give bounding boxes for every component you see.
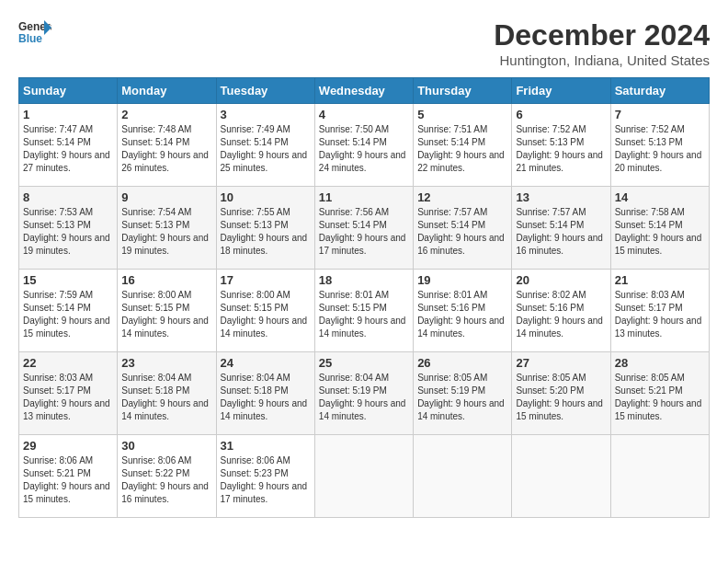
- cell-info: Sunrise: 7:52 AM Sunset: 5:13 PM Dayligh…: [615, 123, 705, 175]
- calendar-cell: [610, 435, 709, 518]
- cell-info: Sunrise: 7:51 AM Sunset: 5:14 PM Dayligh…: [417, 123, 507, 175]
- calendar-cell: 30 Sunrise: 8:06 AM Sunset: 5:22 PM Dayl…: [118, 435, 216, 518]
- cell-info: Sunrise: 8:00 AM Sunset: 5:15 PM Dayligh…: [121, 289, 211, 340]
- calendar-cell: 31 Sunrise: 8:06 AM Sunset: 5:23 PM Dayl…: [216, 435, 314, 518]
- day-number: 6: [516, 108, 606, 121]
- day-number: 19: [417, 273, 507, 287]
- logo: General Blue: [18, 18, 51, 44]
- cell-info: Sunrise: 7:54 AM Sunset: 5:13 PM Dayligh…: [121, 206, 211, 258]
- page-title: December 2024: [494, 18, 710, 52]
- calendar-cell: 23 Sunrise: 8:04 AM Sunset: 5:18 PM Dayl…: [118, 352, 216, 435]
- day-number: 31: [221, 439, 311, 453]
- calendar-cell: [512, 435, 610, 518]
- calendar-cell: 18 Sunrise: 8:01 AM Sunset: 5:15 PM Dayl…: [314, 270, 413, 352]
- calendar-cell: 2 Sunrise: 7:48 AM Sunset: 5:14 PM Dayli…: [118, 104, 216, 187]
- day-number: 17: [221, 273, 311, 287]
- calendar-cell: 19 Sunrise: 8:01 AM Sunset: 5:16 PM Dayl…: [414, 270, 512, 352]
- calendar-cell: 13 Sunrise: 7:57 AM Sunset: 5:14 PM Dayl…: [512, 187, 610, 270]
- page-subtitle: Huntington, Indiana, United States: [494, 52, 710, 68]
- cell-info: Sunrise: 8:01 AM Sunset: 5:16 PM Dayligh…: [417, 289, 507, 340]
- day-number: 22: [23, 356, 113, 370]
- calendar-cell: 8 Sunrise: 7:53 AM Sunset: 5:13 PM Dayli…: [19, 187, 118, 270]
- day-number: 28: [615, 356, 705, 370]
- calendar-week-row: 8 Sunrise: 7:53 AM Sunset: 5:13 PM Dayli…: [19, 187, 710, 270]
- cell-info: Sunrise: 8:02 AM Sunset: 5:16 PM Dayligh…: [516, 289, 606, 340]
- day-number: 15: [23, 273, 113, 287]
- calendar-cell: 7 Sunrise: 7:52 AM Sunset: 5:13 PM Dayli…: [610, 104, 709, 187]
- day-number: 30: [121, 439, 211, 453]
- calendar-cell: 25 Sunrise: 8:04 AM Sunset: 5:19 PM Dayl…: [314, 352, 413, 435]
- cell-info: Sunrise: 8:06 AM Sunset: 5:23 PM Dayligh…: [221, 454, 311, 506]
- day-number: 18: [319, 273, 409, 287]
- cell-info: Sunrise: 8:03 AM Sunset: 5:17 PM Dayligh…: [23, 372, 113, 423]
- calendar-cell: 15 Sunrise: 7:59 AM Sunset: 5:14 PM Dayl…: [19, 270, 118, 352]
- calendar-cell: 22 Sunrise: 8:03 AM Sunset: 5:17 PM Dayl…: [19, 352, 118, 435]
- day-number: 5: [417, 108, 507, 121]
- cell-info: Sunrise: 7:59 AM Sunset: 5:14 PM Dayligh…: [23, 289, 113, 340]
- calendar-cell: 20 Sunrise: 8:02 AM Sunset: 5:16 PM Dayl…: [512, 270, 610, 352]
- calendar-cell: 9 Sunrise: 7:54 AM Sunset: 5:13 PM Dayli…: [118, 187, 216, 270]
- cell-info: Sunrise: 7:49 AM Sunset: 5:14 PM Dayligh…: [221, 123, 311, 175]
- day-number: 8: [23, 190, 113, 204]
- calendar-cell: 10 Sunrise: 7:55 AM Sunset: 5:13 PM Dayl…: [216, 187, 314, 270]
- cell-info: Sunrise: 7:50 AM Sunset: 5:14 PM Dayligh…: [319, 123, 409, 175]
- day-number: 7: [615, 108, 705, 121]
- cell-info: Sunrise: 7:47 AM Sunset: 5:14 PM Dayligh…: [23, 123, 113, 175]
- logo-icon: General Blue: [18, 18, 51, 44]
- day-number: 2: [121, 108, 211, 121]
- cell-info: Sunrise: 7:52 AM Sunset: 5:13 PM Dayligh…: [516, 123, 606, 175]
- calendar-cell: 12 Sunrise: 7:57 AM Sunset: 5:14 PM Dayl…: [414, 187, 512, 270]
- calendar-cell: 5 Sunrise: 7:51 AM Sunset: 5:14 PM Dayli…: [414, 104, 512, 187]
- cell-info: Sunrise: 8:04 AM Sunset: 5:18 PM Dayligh…: [221, 372, 311, 423]
- calendar-cell: 3 Sunrise: 7:49 AM Sunset: 5:14 PM Dayli…: [216, 104, 314, 187]
- day-number: 23: [121, 356, 211, 370]
- cell-info: Sunrise: 8:00 AM Sunset: 5:15 PM Dayligh…: [221, 289, 311, 340]
- calendar-header-thursday: Thursday: [414, 78, 512, 104]
- calendar-cell: 26 Sunrise: 8:05 AM Sunset: 5:19 PM Dayl…: [414, 352, 512, 435]
- cell-info: Sunrise: 7:58 AM Sunset: 5:14 PM Dayligh…: [615, 206, 705, 258]
- cell-info: Sunrise: 7:56 AM Sunset: 5:14 PM Dayligh…: [319, 206, 409, 258]
- calendar-cell: 28 Sunrise: 8:05 AM Sunset: 5:21 PM Dayl…: [610, 352, 709, 435]
- calendar-table: SundayMondayTuesdayWednesdayThursdayFrid…: [18, 77, 710, 518]
- svg-text:Blue: Blue: [18, 32, 42, 44]
- cell-info: Sunrise: 7:57 AM Sunset: 5:14 PM Dayligh…: [516, 206, 606, 258]
- calendar-cell: 29 Sunrise: 8:06 AM Sunset: 5:21 PM Dayl…: [19, 435, 118, 518]
- day-number: 13: [516, 190, 606, 204]
- cell-info: Sunrise: 8:05 AM Sunset: 5:19 PM Dayligh…: [417, 372, 507, 423]
- day-number: 20: [516, 273, 606, 287]
- day-number: 11: [319, 190, 409, 204]
- day-number: 25: [319, 356, 409, 370]
- calendar-header-tuesday: Tuesday: [216, 78, 314, 104]
- title-block: December 2024 Huntington, Indiana, Unite…: [494, 18, 710, 68]
- cell-info: Sunrise: 7:53 AM Sunset: 5:13 PM Dayligh…: [23, 206, 113, 258]
- day-number: 27: [516, 356, 606, 370]
- calendar-header-sunday: Sunday: [19, 78, 118, 104]
- calendar-header-row: SundayMondayTuesdayWednesdayThursdayFrid…: [19, 78, 710, 104]
- calendar-cell: [414, 435, 512, 518]
- calendar-cell: [314, 435, 413, 518]
- calendar-cell: 21 Sunrise: 8:03 AM Sunset: 5:17 PM Dayl…: [610, 270, 709, 352]
- day-number: 24: [221, 356, 311, 370]
- day-number: 29: [23, 439, 113, 453]
- calendar-header-friday: Friday: [512, 78, 610, 104]
- day-number: 21: [615, 273, 705, 287]
- page-header: General Blue December 2024 Huntington, I…: [18, 18, 710, 68]
- day-number: 3: [221, 108, 311, 121]
- day-number: 1: [23, 108, 113, 121]
- cell-info: Sunrise: 8:01 AM Sunset: 5:15 PM Dayligh…: [319, 289, 409, 340]
- calendar-cell: 11 Sunrise: 7:56 AM Sunset: 5:14 PM Dayl…: [314, 187, 413, 270]
- calendar-week-row: 29 Sunrise: 8:06 AM Sunset: 5:21 PM Dayl…: [19, 435, 710, 518]
- cell-info: Sunrise: 7:55 AM Sunset: 5:13 PM Dayligh…: [221, 206, 311, 258]
- cell-info: Sunrise: 7:48 AM Sunset: 5:14 PM Dayligh…: [121, 123, 211, 175]
- calendar-week-row: 22 Sunrise: 8:03 AM Sunset: 5:17 PM Dayl…: [19, 352, 710, 435]
- cell-info: Sunrise: 8:06 AM Sunset: 5:21 PM Dayligh…: [23, 454, 113, 506]
- calendar-cell: 1 Sunrise: 7:47 AM Sunset: 5:14 PM Dayli…: [19, 104, 118, 187]
- cell-info: Sunrise: 8:04 AM Sunset: 5:19 PM Dayligh…: [319, 372, 409, 423]
- cell-info: Sunrise: 7:57 AM Sunset: 5:14 PM Dayligh…: [417, 206, 507, 258]
- day-number: 4: [319, 108, 409, 121]
- calendar-header-wednesday: Wednesday: [314, 78, 413, 104]
- calendar-cell: 27 Sunrise: 8:05 AM Sunset: 5:20 PM Dayl…: [512, 352, 610, 435]
- calendar-header-saturday: Saturday: [610, 78, 709, 104]
- calendar-cell: 24 Sunrise: 8:04 AM Sunset: 5:18 PM Dayl…: [216, 352, 314, 435]
- day-number: 12: [417, 190, 507, 204]
